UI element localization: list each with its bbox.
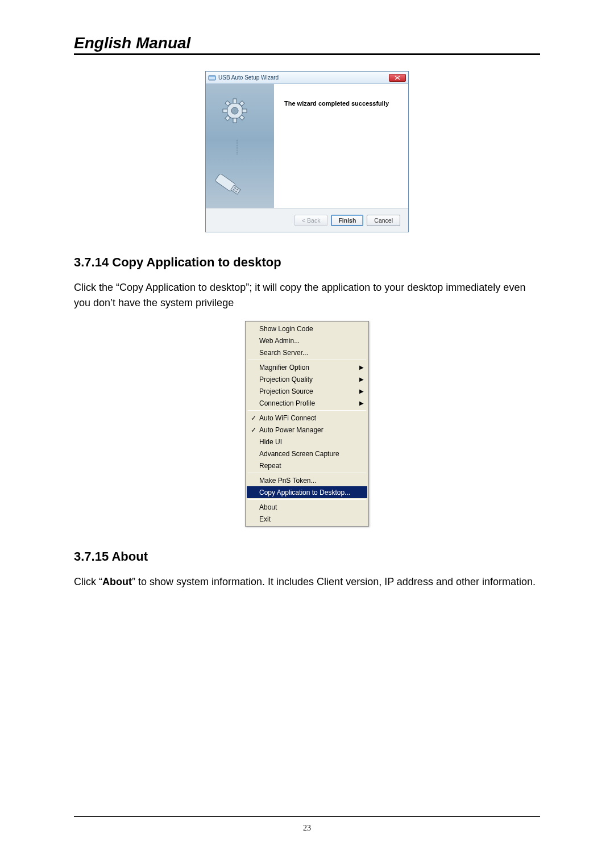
- svg-point-14: [237, 144, 238, 144]
- submenu-arrow-icon: ▶: [359, 364, 364, 370]
- section-3-7-15-paragraph: Click “About” to show system information…: [74, 574, 540, 590]
- page-number: 23: [0, 824, 614, 833]
- doc-title: English Manual: [74, 34, 540, 55]
- wizard-window: USB Auto Setup Wizard: [205, 71, 409, 232]
- svg-rect-1: [209, 77, 215, 80]
- submenu-arrow-icon: ▶: [359, 388, 364, 394]
- dots-icon: [237, 125, 238, 169]
- menu-item[interactable]: Search Server...: [247, 347, 367, 358]
- svg-point-12: [237, 140, 238, 141]
- menu-item-label: About: [258, 503, 364, 511]
- svg-point-13: [237, 142, 238, 143]
- wizard-title: USB Auto Setup Wizard: [218, 74, 389, 81]
- svg-rect-4: [233, 99, 237, 103]
- svg-point-20: [237, 154, 238, 155]
- menu-item-label: Search Server...: [258, 349, 364, 357]
- svg-rect-5: [233, 118, 237, 123]
- menu-item-label: Advanced Screen Capture: [258, 450, 364, 458]
- gear-icon: [222, 98, 248, 124]
- about-para-pre: Click “: [74, 576, 102, 587]
- menu-item[interactable]: Projection Quality▶: [247, 373, 367, 385]
- menu-item[interactable]: About: [247, 501, 367, 513]
- svg-point-16: [237, 147, 238, 148]
- about-para-bold: About: [102, 576, 132, 587]
- cancel-button[interactable]: Cancel: [367, 215, 400, 226]
- menu-separator: [248, 360, 366, 360]
- svg-rect-7: [242, 109, 247, 112]
- section-3-7-14-paragraph: Click the “Copy Application to desktop”;…: [74, 280, 540, 311]
- menu-item[interactable]: Copy Application to Desktop...: [247, 486, 367, 498]
- menu-item[interactable]: Advanced Screen Capture: [247, 448, 367, 460]
- menu-item-label: Auto WiFi Connect: [258, 414, 364, 422]
- menu-item[interactable]: Connection Profile▶: [247, 397, 367, 409]
- menu-item[interactable]: Web Admin...: [247, 335, 367, 347]
- about-para-post: ” to show system information. It include…: [132, 576, 536, 587]
- context-menu: Show Login CodeWeb Admin...Search Server…: [245, 321, 369, 527]
- menu-item-label: Make PnS Token...: [258, 477, 364, 485]
- menu-item-label: Copy Application to Desktop...: [258, 489, 364, 496]
- footer-divider: [74, 816, 540, 817]
- menu-separator: [248, 410, 366, 411]
- menu-item[interactable]: Hide UI: [247, 436, 367, 448]
- menu-item-label: Projection Quality: [258, 375, 359, 383]
- checkmark-icon: ✓: [249, 414, 258, 422]
- menu-item[interactable]: Make PnS Token...: [247, 474, 367, 486]
- menu-item-label: Web Admin...: [258, 337, 364, 345]
- menu-item-label: Repeat: [258, 462, 364, 470]
- menu-item[interactable]: Exit: [247, 513, 367, 525]
- svg-point-19: [237, 152, 238, 153]
- menu-item-label: Magnifier Option: [258, 364, 359, 372]
- svg-point-15: [237, 145, 238, 146]
- close-icon: [394, 76, 401, 80]
- menu-separator: [248, 473, 366, 473]
- menu-item[interactable]: Repeat: [247, 460, 367, 471]
- menu-item-label: Exit: [258, 515, 364, 523]
- menu-item[interactable]: ✓Auto Power Manager: [247, 424, 367, 436]
- checkmark-icon: ✓: [249, 426, 258, 434]
- menu-item-label: Connection Profile: [258, 399, 359, 407]
- menu-item-label: Show Login Code: [258, 325, 364, 333]
- submenu-arrow-icon: ▶: [359, 376, 364, 382]
- finish-button[interactable]: Finish: [331, 215, 363, 226]
- svg-point-17: [237, 149, 238, 149]
- wizard-titlebar: USB Auto Setup Wizard: [206, 72, 408, 84]
- menu-item[interactable]: Show Login Code: [247, 323, 367, 335]
- wizard-icon: [208, 74, 216, 82]
- usb-drive-icon: [211, 168, 247, 202]
- submenu-arrow-icon: ▶: [359, 400, 364, 406]
- svg-point-3: [231, 107, 238, 114]
- menu-separator: [248, 499, 366, 500]
- close-button[interactable]: [389, 74, 406, 82]
- menu-item-label: Hide UI: [258, 438, 364, 446]
- menu-item[interactable]: Projection Source▶: [247, 385, 367, 397]
- menu-item[interactable]: ✓Auto WiFi Connect: [247, 412, 367, 424]
- wizard-footer: < Back Finish Cancel: [206, 208, 408, 232]
- wizard-side-graphic: [206, 84, 274, 208]
- wizard-message: The wizard completed successfully: [274, 84, 408, 208]
- svg-rect-6: [223, 109, 227, 112]
- section-heading-3-7-14: 3.7.14 Copy Application to desktop: [74, 255, 540, 270]
- section-heading-3-7-15: 3.7.15 About: [74, 549, 540, 564]
- menu-item[interactable]: Magnifier Option▶: [247, 361, 367, 373]
- menu-item-label: Auto Power Manager: [258, 426, 364, 434]
- menu-item-label: Projection Source: [258, 387, 359, 395]
- back-button[interactable]: < Back: [294, 215, 327, 226]
- svg-point-18: [237, 151, 238, 151]
